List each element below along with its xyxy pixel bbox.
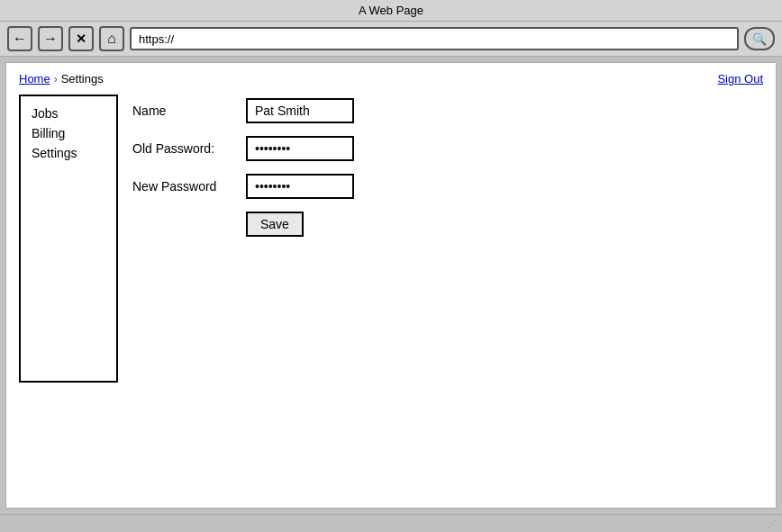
sidebar-item-settings[interactable]: Settings — [32, 145, 105, 161]
new-password-row: New Password — [132, 174, 763, 199]
form-area: Name Old Password: New Password Save — [132, 95, 763, 499]
sign-out-link[interactable]: Sign Out — [717, 72, 763, 86]
save-row: Save — [132, 212, 763, 237]
window-title: A Web Page — [359, 4, 423, 17]
resize-handle: ⋰ — [768, 518, 777, 528]
sidebar: Jobs Billing Settings — [19, 95, 118, 383]
name-row: Name — [132, 98, 763, 123]
address-bar[interactable] — [130, 27, 739, 50]
breadcrumb-separator: › — [54, 73, 58, 86]
old-password-row: Old Password: — [132, 136, 763, 161]
save-button[interactable]: Save — [246, 212, 304, 237]
old-password-input[interactable] — [246, 136, 354, 161]
sidebar-item-billing[interactable]: Billing — [32, 125, 105, 141]
new-password-label: New Password — [132, 179, 232, 194]
top-bar: Home › Settings Sign Out — [19, 72, 763, 86]
sidebar-item-jobs[interactable]: Jobs — [32, 105, 105, 122]
home-button[interactable]: ⌂ — [99, 26, 124, 51]
old-password-label: Old Password: — [132, 141, 232, 156]
breadcrumb: Home › Settings — [19, 72, 104, 86]
forward-button[interactable]: → — [38, 26, 63, 51]
bottom-bar: ⋰ — [0, 514, 782, 532]
toolbar: ← → ✕ ⌂ 🔍 — [0, 22, 782, 57]
search-icon: 🔍 — [752, 32, 767, 46]
close-button[interactable]: ✕ — [68, 26, 94, 51]
main-layout: Jobs Billing Settings Name Old Password:… — [19, 95, 763, 499]
title-bar: A Web Page — [0, 0, 782, 22]
breadcrumb-home[interactable]: Home — [19, 72, 50, 86]
new-password-input[interactable] — [246, 174, 354, 199]
breadcrumb-current: Settings — [61, 72, 104, 86]
name-input[interactable] — [246, 98, 354, 123]
search-button[interactable]: 🔍 — [744, 27, 775, 50]
browser-content: Home › Settings Sign Out Jobs Billing Se… — [5, 62, 777, 509]
name-label: Name — [132, 104, 232, 118]
back-button[interactable]: ← — [7, 26, 32, 51]
